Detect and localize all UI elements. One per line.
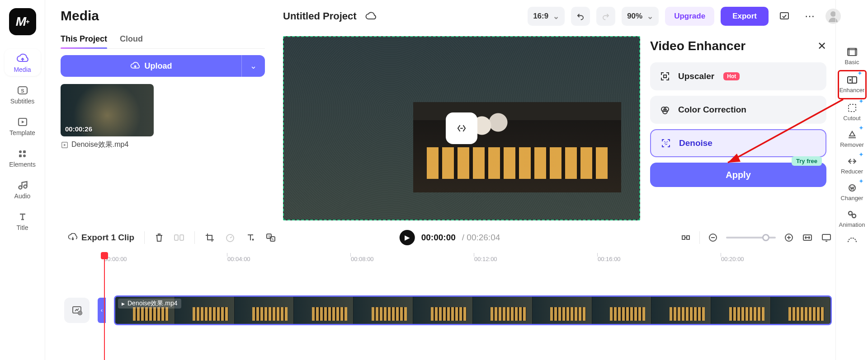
app-logo: M+ — [9, 8, 36, 35]
fullscreen-icon[interactable] — [821, 233, 832, 242]
option-label: Denoise — [679, 138, 712, 148]
more-icon[interactable]: ⋯ — [800, 7, 819, 26]
svg-rect-5 — [19, 154, 22, 157]
project-title[interactable]: Untitled Project — [283, 10, 357, 22]
svg-point-6 — [23, 154, 26, 157]
tool-remover[interactable]: ✦ Remover — [838, 126, 867, 153]
clip-strip-label: ▸ Denoise效果.mp4 — [118, 299, 181, 309]
nav-label: Elements — [9, 161, 35, 168]
nav-subtitles[interactable]: S Subtitles — [5, 80, 41, 108]
zoom-out-icon[interactable] — [708, 233, 718, 243]
speed-icon[interactable] — [225, 233, 236, 243]
tool-label: Basic — [845, 59, 859, 65]
remover-icon — [847, 130, 858, 140]
ruler-tick: 00:04:00 — [227, 256, 250, 262]
video-file-icon — [61, 141, 69, 149]
upload-button[interactable]: Upload — [61, 55, 241, 77]
svg-point-27 — [849, 211, 852, 215]
media-title: Media — [61, 8, 265, 23]
chevron-down-icon: ⌄ — [250, 61, 257, 70]
cutout-icon — [847, 103, 858, 113]
upgrade-button[interactable]: Upgrade — [665, 7, 714, 26]
split-icon[interactable] — [174, 233, 184, 242]
hot-badge: Hot — [723, 72, 740, 80]
translate-icon[interactable]: 文A — [265, 233, 276, 243]
svg-point-20 — [665, 144, 666, 145]
ruler-tick: 00:12:00 — [474, 256, 497, 262]
time-current: 00:00:00 — [421, 233, 456, 243]
zoom-slider[interactable] — [726, 237, 776, 238]
option-label: Upscaler — [678, 71, 714, 81]
title-icon — [16, 211, 29, 222]
tool-enhancer[interactable]: ✦ Enhancer — [838, 70, 867, 99]
undo-button[interactable] — [571, 7, 590, 26]
tool-label: Cutout — [843, 115, 860, 122]
aspect-ratio-select[interactable]: 16:9⌄ — [528, 7, 565, 26]
animation-icon — [847, 210, 858, 220]
chevron-down-icon: ⌄ — [553, 12, 559, 21]
enhancer-denoise[interactable]: Denoise — [650, 129, 826, 157]
apply-button[interactable]: Apply — [650, 163, 826, 187]
redo-button[interactable] — [596, 7, 615, 26]
nav-template[interactable]: Template — [5, 112, 41, 139]
tab-this-project[interactable]: This Project — [61, 34, 107, 48]
tab-cloud[interactable]: Cloud — [120, 34, 143, 48]
media-tabs: This Project Cloud — [61, 34, 265, 49]
tool-changer[interactable]: ✦ Changer — [838, 179, 867, 206]
delete-icon[interactable] — [155, 233, 164, 243]
nav-title[interactable]: Title — [5, 207, 41, 234]
timeline-ruler[interactable]: 00:00:00 00:04:00 00:08:00 00:12:00 00:1… — [104, 253, 832, 271]
upload-dropdown[interactable]: ⌄ — [241, 55, 265, 77]
aspect-value: 16:9 — [533, 12, 548, 21]
reducer-icon — [847, 156, 858, 166]
preview-transform-icon[interactable] — [446, 112, 477, 144]
nav-media[interactable]: Media — [5, 49, 41, 76]
nav-elements[interactable]: Elements — [5, 144, 41, 171]
svg-rect-4 — [23, 150, 26, 153]
basic-icon — [846, 47, 858, 57]
denoise-icon — [660, 138, 672, 148]
fit-icon[interactable] — [802, 234, 813, 242]
svg-point-19 — [666, 144, 667, 145]
nav-audio[interactable]: Audio — [5, 175, 41, 202]
svg-point-28 — [852, 214, 856, 218]
tool-extra[interactable] — [838, 233, 867, 243]
cloud-down-icon — [68, 233, 78, 242]
zoom-value: 90% — [627, 12, 642, 21]
close-icon[interactable]: ✕ — [817, 40, 826, 52]
upload-label: Upload — [145, 61, 172, 71]
export-clip-button[interactable]: Export 1 Clip — [68, 233, 134, 243]
svg-point-3 — [19, 150, 22, 153]
clip-thumbnail: 00:00:26 — [61, 84, 154, 136]
tool-animation[interactable]: Animation — [838, 206, 867, 233]
svg-rect-29 — [175, 235, 178, 240]
snap-icon[interactable] — [680, 233, 691, 242]
text-icon[interactable] — [245, 233, 255, 243]
cloud-sync-icon[interactable] — [365, 11, 377, 21]
export-button[interactable]: Export — [721, 7, 769, 26]
tool-reducer[interactable]: ✦ Reducer — [838, 153, 867, 179]
enhancer-upscaler[interactable]: Upscaler Hot — [650, 62, 826, 90]
sparkle-icon: ✦ — [859, 178, 864, 185]
tool-label: Remover — [840, 141, 864, 148]
tool-cutout[interactable]: ✦ Cutout — [838, 99, 867, 126]
export-settings-icon[interactable] — [775, 7, 794, 26]
audio-icon — [16, 180, 29, 191]
topbar: Untitled Project 16:9⌄ 90%⌄ Upgrade Expo… — [283, 0, 841, 33]
export-clip-label: Export 1 Clip — [81, 233, 134, 243]
enhancer-title: Video Enhancer — [650, 39, 745, 53]
zoom-in-icon[interactable] — [784, 233, 794, 243]
svg-text:S: S — [21, 88, 24, 94]
zoom-select[interactable]: 90%⌄ — [622, 7, 659, 26]
timeline-clip[interactable]: ▸ Denoise效果.mp4 — [114, 295, 832, 325]
add-track-button[interactable] — [64, 298, 90, 323]
enhancer-color-correction[interactable]: Color Correction — [650, 96, 826, 124]
preview-canvas[interactable] — [283, 36, 640, 220]
tool-basic[interactable]: Basic — [838, 43, 867, 70]
subtitles-icon: S — [16, 85, 29, 96]
play-icon: ▸ — [122, 300, 125, 307]
media-clip[interactable]: 00:00:26 Denoise效果.mp4 — [61, 84, 154, 150]
crop-icon[interactable] — [205, 233, 215, 243]
play-button[interactable]: ▶ — [400, 230, 415, 245]
playhead[interactable] — [104, 253, 105, 360]
